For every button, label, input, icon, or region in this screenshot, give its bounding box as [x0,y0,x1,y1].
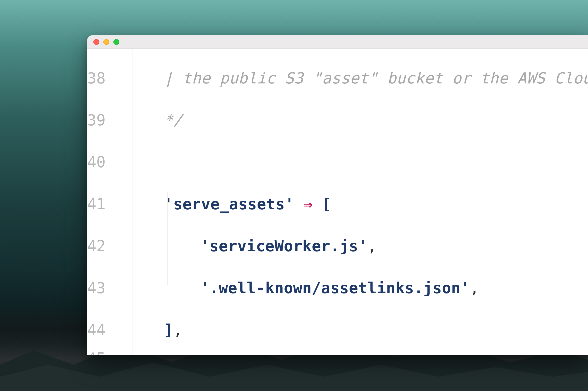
code-editor[interactable]: 38 39 40 41 42 43 44 45 | the public S3 … [87,49,588,355]
window-zoom-button[interactable] [113,39,119,45]
indent-guide [167,192,168,285]
line-number: 38 [87,69,106,87]
line-number: 40 [87,153,106,171]
code-line[interactable]: */ [146,99,588,141]
comma: , [470,280,479,296]
code-line[interactable]: 'serve_assets' ⇒ [ [146,183,588,225]
code-line[interactable]: ], [146,309,588,351]
string-literal: 'serviceWorker.js' [200,238,368,254]
comma: , [173,322,182,338]
comma: , [368,238,377,254]
line-number: 42 [87,237,106,255]
window-close-button[interactable] [93,39,99,45]
code-line[interactable]: | the public S3 "asset" bucket or the AW… [146,57,588,99]
code-content[interactable]: | the public S3 "asset" bucket or the AW… [133,49,588,355]
line-number: 44 [87,321,106,339]
fat-arrow: ⇒ [294,196,322,212]
code-line[interactable]: 'serviceWorker.js', [146,225,588,267]
bracket-close: ] [164,322,173,338]
comment-text: | the public S3 "asset" bucket or the AW… [164,71,588,86]
editor-window: 38 39 40 41 42 43 44 45 | the public S3 … [87,35,588,355]
bracket-open: [ [322,196,331,212]
line-number: 43 [87,279,106,297]
code-line[interactable]: '.well-known/assetlinks.json', [146,267,588,309]
code-line-blank[interactable] [146,141,588,183]
comment-text: */ [164,112,182,128]
array-key: 'serve_assets' [164,196,294,212]
line-number: 45 [87,351,106,355]
line-number-gutter: 38 39 40 41 42 43 44 45 [87,49,133,355]
window-titlebar [87,35,588,49]
line-number: 41 [87,195,106,213]
line-number: 39 [87,111,106,129]
string-literal: '.well-known/assetlinks.json' [200,280,470,296]
window-minimize-button[interactable] [103,39,109,45]
